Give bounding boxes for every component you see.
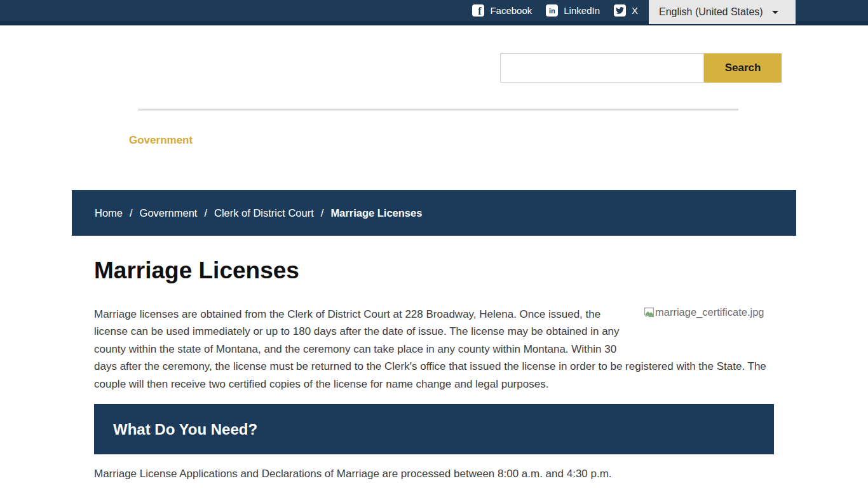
facebook-link[interactable]: f Facebook: [472, 4, 532, 17]
breadcrumb-link-home[interactable]: Home: [95, 207, 123, 219]
search-input[interactable]: [500, 53, 704, 83]
intro-paragraph: marriage_certificate.jpg Marriage licens…: [94, 306, 774, 393]
breadcrumb: Home / Government / Clerk of District Co…: [72, 190, 796, 236]
breadcrumb-separator: /: [130, 207, 133, 219]
section-header: What Do You Need?: [113, 421, 257, 438]
search-button[interactable]: Search: [704, 53, 782, 83]
caret-down-icon: [772, 11, 778, 14]
broken-image-placeholder: marriage_certificate.jpg: [644, 306, 774, 358]
twitter-bird-icon: [614, 4, 626, 17]
linkedin-icon: in: [546, 4, 558, 17]
linkedin-link[interactable]: in LinkedIn: [546, 4, 600, 17]
topbar: f Facebook in LinkedIn X English (United…: [0, 0, 868, 25]
language-selected-value: English (United States): [659, 6, 763, 18]
broken-image-alt-text: marriage_certificate.jpg: [655, 306, 764, 318]
x-link[interactable]: X: [614, 4, 638, 17]
linkedin-label: LinkedIn: [564, 5, 600, 16]
nav-item-government[interactable]: Government: [129, 134, 193, 147]
section-banner: What Do You Need?: [94, 404, 774, 454]
breadcrumb-separator: /: [321, 207, 324, 219]
x-label: X: [632, 5, 638, 16]
main-content: Marriage Licenses marriage_certificate.j…: [94, 256, 774, 481]
broken-image-icon: [644, 307, 654, 318]
header-divider: [138, 109, 738, 111]
breadcrumb-current-page: Marriage Licenses: [330, 207, 422, 219]
breadcrumb-separator: /: [204, 207, 207, 219]
page-title: Marriage Licenses: [94, 256, 774, 285]
breadcrumb-link-government[interactable]: Government: [140, 207, 198, 219]
hours-text: Marriage License Applications and Declar…: [94, 467, 774, 481]
facebook-label: Facebook: [490, 5, 532, 16]
language-select[interactable]: English (United States): [649, 0, 796, 24]
breadcrumb-link-clerk-of-district-court[interactable]: Clerk of District Court: [214, 207, 314, 219]
facebook-icon: f: [472, 4, 484, 17]
